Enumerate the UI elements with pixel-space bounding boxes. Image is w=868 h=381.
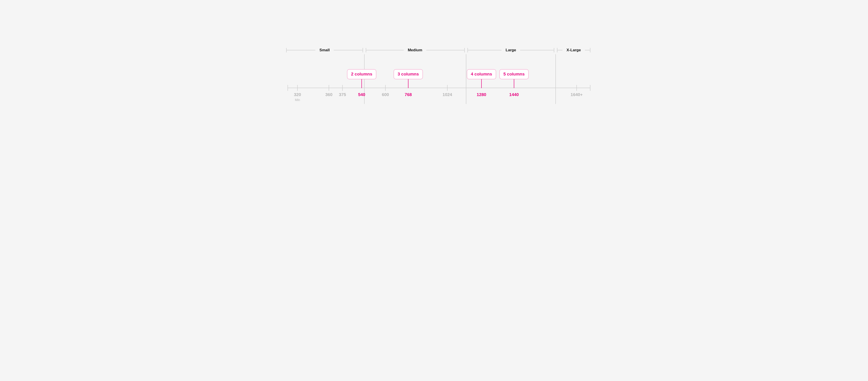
tick-label-320: 320 — [294, 92, 301, 97]
pill-stem-3 — [408, 79, 408, 88]
tick-label-1440: 1440 — [509, 92, 519, 97]
tick-sublabel-min: Min — [295, 98, 300, 102]
tick-600 — [385, 85, 385, 91]
tick-label-375: 375 — [339, 92, 346, 97]
tick-label-1024: 1024 — [442, 92, 452, 97]
bracket-xlarge-capR — [590, 48, 590, 53]
axis-cap-left — [287, 85, 288, 91]
axis-cap-right — [590, 85, 590, 91]
tick-360 — [329, 85, 329, 91]
tick-label-1640: 1640+ — [570, 92, 583, 97]
divider-medium-large — [466, 54, 466, 104]
bracket-small-capL — [286, 48, 287, 53]
tick-label-540: 540 — [358, 92, 365, 97]
bracket-small-capR — [363, 48, 363, 53]
tick-label-360: 360 — [325, 92, 333, 97]
pill-5-columns: 5 columns — [499, 69, 529, 79]
tick-320 — [297, 85, 298, 91]
pill-stem-2 — [362, 79, 362, 88]
bracket-large-capL — [467, 48, 468, 53]
pill-2-columns: 2 columns — [347, 69, 376, 79]
axis-line — [287, 88, 590, 88]
bracket-large-capR — [554, 48, 554, 53]
tick-label-1280: 1280 — [477, 92, 486, 97]
tick-label-768: 768 — [405, 92, 412, 97]
divider-large-xlarge — [555, 54, 556, 104]
size-label-medium: Medium — [404, 48, 426, 53]
bracket-xlarge-capL — [557, 48, 557, 53]
pill-stem-4 — [481, 79, 482, 88]
pill-3-columns: 3 columns — [394, 69, 423, 79]
pill-stem-5 — [514, 79, 514, 88]
size-label-large: Large — [502, 48, 520, 53]
tick-375 — [342, 85, 343, 91]
tick-1640 — [577, 85, 577, 91]
size-label-small: Small — [315, 48, 334, 53]
breakpoint-diagram: Small Medium Large X-Large 320 Min 360 3… — [260, 0, 608, 152]
bracket-medium-capR — [464, 48, 465, 53]
size-label-xlarge: X-Large — [562, 48, 585, 53]
bracket-medium-capL — [366, 48, 366, 53]
pill-4-columns: 4 columns — [467, 69, 496, 79]
tick-label-600: 600 — [382, 92, 389, 97]
tick-1024 — [447, 85, 447, 91]
